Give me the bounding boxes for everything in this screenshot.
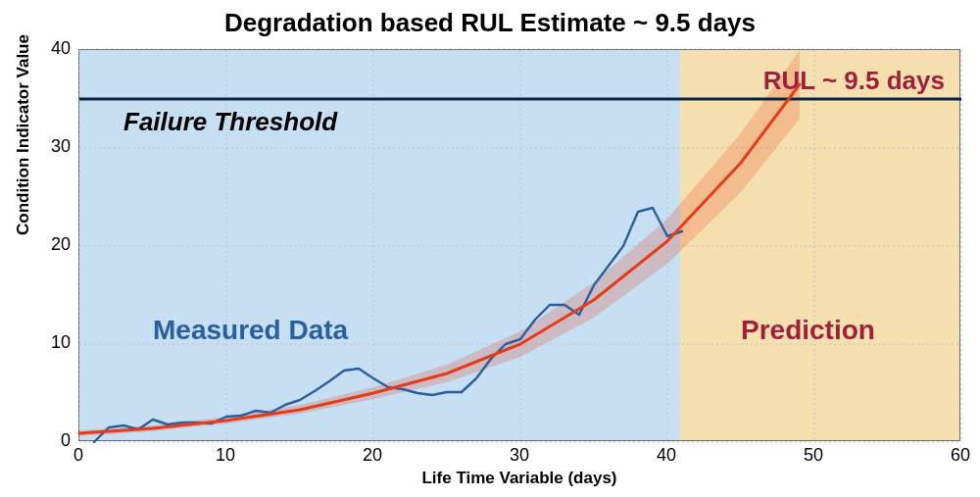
x-tick-label: 60 bbox=[941, 445, 980, 466]
failure-threshold-label: Failure Threshold bbox=[123, 107, 337, 137]
measured-data-label: Measured Data bbox=[153, 315, 348, 346]
x-tick-label: 0 bbox=[59, 445, 98, 466]
x-tick-label: 30 bbox=[500, 445, 539, 466]
rul-label: RUL ~ 9.5 days bbox=[763, 66, 945, 96]
y-tick-label: 10 bbox=[31, 332, 71, 353]
y-axis-label: Condition Indicator Value bbox=[14, 34, 33, 235]
x-tick-label: 20 bbox=[353, 445, 392, 466]
plot-area: Failure Threshold RUL ~ 9.5 days Measure… bbox=[78, 49, 960, 441]
y-tick-label: 30 bbox=[31, 136, 71, 157]
y-tick-label: 20 bbox=[31, 234, 71, 255]
x-tick-label: 50 bbox=[794, 445, 833, 466]
x-axis-label: Life Time Variable (days) bbox=[78, 469, 960, 488]
x-tick-label: 10 bbox=[206, 445, 245, 466]
prediction-label: Prediction bbox=[741, 315, 875, 346]
chart-title: Degradation based RUL Estimate ~ 9.5 day… bbox=[0, 8, 980, 38]
x-tick-label: 40 bbox=[647, 445, 686, 466]
y-tick-label: 40 bbox=[31, 38, 71, 59]
rul-chart: Degradation based RUL Estimate ~ 9.5 day… bbox=[0, 0, 980, 497]
